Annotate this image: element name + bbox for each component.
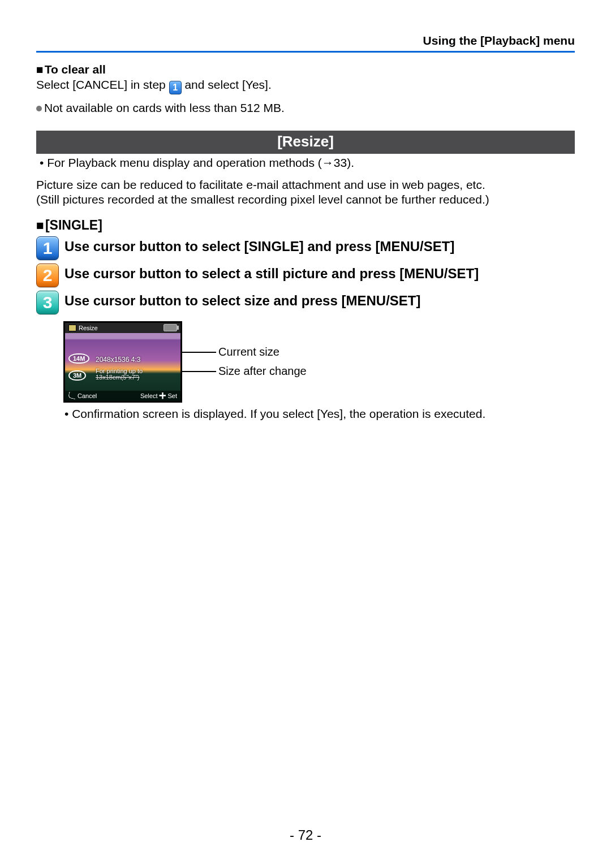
dpad-icon	[159, 392, 166, 399]
battery-icon	[163, 324, 177, 331]
lcd-illustration: Resize 14M 3M 2048x1536 4:3 For printing…	[63, 321, 182, 403]
lcd-top-bar: Resize	[65, 323, 180, 333]
clear-text-after: and select [Yes].	[182, 78, 272, 91]
mode-single-heading: ■[SINGLE]	[36, 218, 575, 233]
step-3-text: Use cursor button to select size and pre…	[64, 291, 420, 309]
size-14m-badge: 14M	[68, 353, 89, 364]
step-2: 2 Use cursor button to select a still pi…	[36, 264, 575, 287]
lcd-title: Resize	[79, 325, 98, 331]
step-2-text: Use cursor button to select a still pict…	[64, 264, 479, 282]
step-3: 3 Use cursor button to select size and p…	[36, 291, 575, 314]
step-1: 1 Use cursor button to select [SINGLE] a…	[36, 236, 575, 260]
header-divider	[36, 51, 575, 53]
callout-size-after: Size after change	[218, 364, 307, 377]
step-ref-1-icon: 1	[169, 81, 182, 94]
print-size-text: For printing up to 13x18cm(5"x7")	[96, 368, 143, 381]
clear-all-text: Select [CANCEL] in step 1 and select [Ye…	[36, 77, 575, 94]
step-3-marker: 3	[36, 291, 59, 314]
clear-text-before: Select [CANCEL] in step	[36, 78, 169, 91]
page-number: - 72 -	[0, 827, 611, 843]
callouts: Current size Size after change	[182, 320, 575, 399]
lcd-set-label: Set	[167, 392, 177, 399]
manual-page: Using the [Playback] menu ■To clear all …	[0, 0, 611, 868]
callout-line-2	[182, 371, 216, 372]
back-arrow-icon	[68, 392, 76, 399]
step-2-marker: 2	[36, 264, 59, 287]
step-1-marker: 1	[36, 236, 59, 260]
confirmation-note: • Confirmation screen is displayed. If y…	[64, 407, 575, 421]
clear-all-title: ■To clear all	[36, 63, 106, 76]
breadcrumb: Using the [Playback] menu	[36, 34, 575, 47]
playback-xref: • For Playback menu display and operatio…	[40, 156, 575, 170]
callout-current-size: Current size	[218, 345, 279, 358]
clear-all-block: ■To clear all Select [CANCEL] in step 1 …	[36, 63, 575, 115]
lcd-cancel-label: Cancel	[78, 392, 97, 399]
resize-mode-icon	[68, 325, 76, 331]
resize-description: Picture size can be reduced to facilitat…	[36, 178, 575, 208]
lcd-bottom-bar: Cancel Select Set	[65, 391, 180, 401]
resolution-text: 2048x1536 4:3	[96, 356, 140, 364]
section-header-resize: [Resize]	[36, 131, 575, 154]
lcd-select-label: Select	[140, 392, 158, 399]
size-3m-badge: 3M	[68, 370, 86, 381]
dot-icon	[36, 106, 42, 111]
callout-line-1	[182, 352, 216, 353]
camera-lcd: Resize 14M 3M 2048x1536 4:3 For printing…	[63, 321, 182, 403]
step-1-text: Use cursor button to select [SINGLE] and…	[64, 236, 454, 254]
clear-all-note: Not available on cards with less than 51…	[36, 101, 575, 115]
